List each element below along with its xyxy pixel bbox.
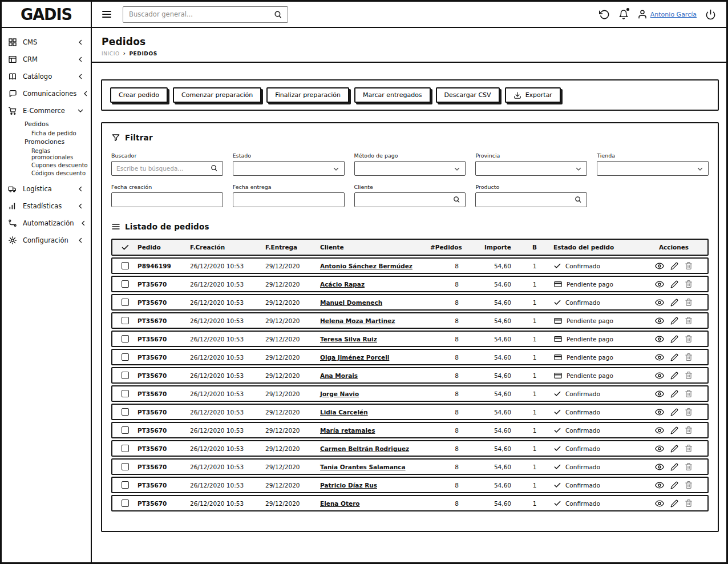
provincia-select[interactable]: [475, 161, 587, 176]
estado-select[interactable]: [233, 161, 345, 176]
descargar-csv-button[interactable]: Descargar CSV: [436, 87, 500, 103]
history-icon[interactable]: [599, 9, 610, 20]
view-eye-icon[interactable]: [655, 426, 664, 435]
hamburger-menu-icon[interactable]: [102, 11, 111, 18]
view-eye-icon[interactable]: [655, 298, 664, 307]
client-link[interactable]: María retamales: [320, 427, 375, 434]
fecha-creacion-input[interactable]: [111, 192, 223, 207]
row-checkbox[interactable]: [122, 499, 129, 507]
sidebar-item-comunicaciones[interactable]: Comunicaciones: [2, 85, 91, 102]
user-menu[interactable]: Antonio García: [637, 9, 697, 19]
edit-pencil-icon[interactable]: [670, 390, 678, 398]
client-link[interactable]: Jorge Navio: [320, 390, 359, 397]
metodo-pago-select[interactable]: [354, 161, 466, 176]
notifications-bell-icon[interactable]: [618, 9, 629, 20]
client-link[interactable]: Carmen Beltrán Rodriguez: [320, 445, 409, 452]
search-icon[interactable]: [273, 10, 283, 19]
search-icon[interactable]: [452, 195, 461, 204]
edit-pencil-icon[interactable]: [670, 280, 678, 288]
delete-trash-icon[interactable]: [685, 408, 693, 416]
delete-trash-icon[interactable]: [685, 335, 693, 343]
view-eye-icon[interactable]: [655, 444, 664, 453]
sidebar-item-cms[interactable]: CMS: [2, 34, 91, 51]
row-checkbox[interactable]: [122, 335, 129, 343]
delete-trash-icon[interactable]: [685, 444, 693, 453]
delete-trash-icon[interactable]: [685, 280, 693, 288]
comenzar-preparacion-button[interactable]: Comenzar preparación: [173, 87, 261, 103]
edit-pencil-icon[interactable]: [670, 353, 678, 361]
edit-pencil-icon[interactable]: [670, 262, 678, 270]
view-eye-icon[interactable]: [655, 462, 664, 472]
delete-trash-icon[interactable]: [685, 316, 693, 325]
row-checkbox[interactable]: [122, 372, 129, 379]
search-icon[interactable]: [210, 164, 219, 172]
client-link[interactable]: Lidia Carcelén: [320, 409, 368, 416]
view-eye-icon[interactable]: [655, 261, 664, 271]
sidebar-item-estadisticas[interactable]: Estadísticas: [2, 198, 91, 215]
sidebar-subitem-reglas-promocionales[interactable]: Reglas promocionales: [2, 147, 91, 161]
sidebar-subitem-codigos-descuento[interactable]: Códigos descuento: [2, 169, 91, 177]
delete-trash-icon[interactable]: [685, 462, 693, 471]
user-name-link[interactable]: Antonio García: [650, 11, 697, 18]
logout-power-icon[interactable]: [705, 9, 716, 20]
view-eye-icon[interactable]: [655, 335, 664, 344]
sidebar-item-catalogo[interactable]: Catálogo: [2, 68, 91, 85]
row-checkbox[interactable]: [122, 481, 129, 489]
row-checkbox[interactable]: [122, 317, 129, 324]
client-link[interactable]: Patricio Díaz Rus: [320, 482, 377, 489]
client-link[interactable]: Tania Orantes Salamanca: [320, 464, 406, 470]
edit-pencil-icon[interactable]: [670, 317, 678, 325]
row-checkbox[interactable]: [122, 408, 129, 416]
marcar-entregados-button[interactable]: Marcar entregados: [354, 87, 431, 103]
edit-pencil-icon[interactable]: [670, 372, 678, 380]
view-eye-icon[interactable]: [655, 316, 664, 325]
delete-trash-icon[interactable]: [685, 298, 693, 307]
sidebar-item-ecommerce[interactable]: E-Commerce: [2, 102, 91, 119]
row-checkbox[interactable]: [122, 390, 129, 397]
producto-input[interactable]: [475, 192, 587, 207]
row-checkbox[interactable]: [122, 445, 129, 452]
client-link[interactable]: Ana Morais: [320, 372, 358, 379]
view-eye-icon[interactable]: [655, 389, 664, 398]
row-checkbox[interactable]: [122, 426, 129, 434]
edit-pencil-icon[interactable]: [670, 408, 678, 416]
view-eye-icon[interactable]: [655, 499, 664, 508]
tienda-select[interactable]: [597, 161, 709, 176]
edit-pencil-icon[interactable]: [670, 299, 678, 307]
row-checkbox[interactable]: [122, 299, 129, 306]
row-checkbox[interactable]: [122, 280, 129, 288]
edit-pencil-icon[interactable]: [670, 445, 678, 453]
client-link[interactable]: Teresa Silva Ruiz: [320, 336, 377, 343]
cliente-input[interactable]: [354, 192, 466, 207]
delete-trash-icon[interactable]: [685, 426, 693, 434]
edit-pencil-icon[interactable]: [670, 463, 678, 471]
delete-trash-icon[interactable]: [685, 481, 693, 489]
delete-trash-icon[interactable]: [685, 261, 693, 270]
edit-pencil-icon[interactable]: [670, 499, 678, 507]
row-checkbox[interactable]: [122, 463, 129, 470]
sidebar-item-automatizacion[interactable]: Automatización: [2, 215, 91, 232]
row-checkbox[interactable]: [122, 353, 129, 361]
sidebar-subitem-cupones-descuento[interactable]: Cupones descuento: [2, 161, 91, 169]
edit-pencil-icon[interactable]: [670, 335, 678, 343]
view-eye-icon[interactable]: [655, 280, 664, 289]
breadcrumb-home-link[interactable]: INICIO: [102, 51, 120, 57]
client-link[interactable]: Elena Otero: [320, 500, 360, 507]
delete-trash-icon[interactable]: [685, 353, 693, 361]
select-all-check-icon[interactable]: [112, 243, 137, 252]
sidebar-subitem-ficha-de-pedido[interactable]: Ficha de pedido: [2, 129, 91, 137]
search-icon[interactable]: [574, 195, 583, 204]
edit-pencil-icon[interactable]: [670, 426, 678, 434]
sidebar-item-configuracion[interactable]: Configuración: [2, 232, 91, 249]
delete-trash-icon[interactable]: [685, 371, 693, 380]
exportar-button[interactable]: Exportar: [505, 87, 561, 103]
row-checkbox[interactable]: [122, 262, 129, 269]
finalizar-preparacion-button[interactable]: Finalizar preparación: [266, 87, 349, 103]
fecha-entrega-input[interactable]: [233, 192, 345, 207]
edit-pencil-icon[interactable]: [670, 481, 678, 489]
client-link[interactable]: Olga Jiménez Porcell: [320, 354, 389, 361]
sidebar-item-logistica[interactable]: Logística: [2, 180, 91, 198]
sidebar-item-crm[interactable]: CRM: [2, 51, 91, 68]
gadis-logo[interactable]: GADIS: [21, 5, 72, 24]
client-link[interactable]: Helena Moza Martinez: [320, 317, 395, 324]
